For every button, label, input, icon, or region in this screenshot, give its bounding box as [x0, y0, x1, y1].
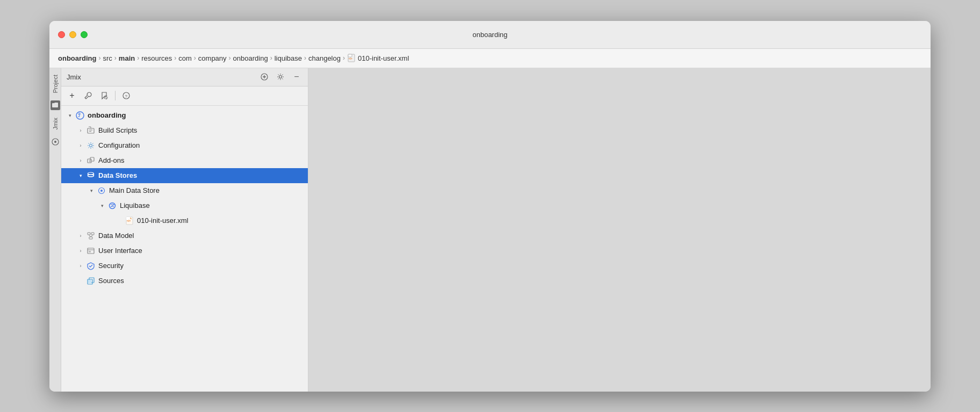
svg-line-33 [91, 235, 93, 237]
breadcrumb-bar: onboarding › src › main › resources › co… [49, 49, 931, 68]
tree-item-data-model[interactable]: › Data Model [61, 228, 308, 243]
panel-toolbar: + ? [61, 86, 308, 106]
settings-panel-button[interactable] [275, 71, 286, 83]
xml-file-icon: </> [347, 54, 356, 62]
tree-item-onboarding[interactable]: ▾ J onboarding [61, 108, 308, 123]
panel-title: Jmix [67, 73, 254, 81]
svg-rect-30 [91, 233, 94, 235]
sep2: › [114, 54, 117, 62]
tree-container[interactable]: ▾ J onboarding › [61, 106, 308, 392]
chevron-down-icon-4: ▾ [98, 201, 106, 210]
breadcrumb-changelog[interactable]: changelog [308, 54, 341, 62]
data-model-icon [86, 231, 96, 241]
tree-label-data-model: Data Model [98, 232, 134, 240]
sep9: › [343, 54, 345, 62]
tree-label-security: Security [98, 262, 124, 270]
chevron-right-icon-4: › [76, 232, 85, 240]
svg-rect-28 [126, 217, 131, 220]
data-stores-icon [86, 171, 96, 180]
xml-file-tree-icon: </> [125, 216, 134, 226]
tree-item-user-interface[interactable]: › User Interface [61, 243, 308, 258]
svg-point-24 [100, 190, 103, 192]
security-icon [86, 261, 96, 271]
tree-label-liquibase: Liquibase [120, 201, 150, 209]
project-tab[interactable]: Project [51, 70, 60, 97]
chevron-down-icon-3: ▾ [87, 186, 96, 195]
svg-rect-39 [88, 280, 91, 283]
breadcrumb-file[interactable]: </> 010-init-user.xml [347, 54, 409, 62]
svg-text:</>: </> [349, 57, 352, 60]
breadcrumb-com[interactable]: com [178, 54, 192, 62]
svg-point-4 [54, 141, 56, 143]
tree-item-liquibase[interactable]: ▾ Liquibase [61, 198, 308, 213]
window-title: onboarding [472, 31, 507, 39]
tree-item-security[interactable]: › Security [61, 258, 308, 273]
breadcrumb-onboarding[interactable]: onboarding [58, 54, 97, 62]
help-button[interactable]: ? [120, 89, 133, 102]
main-data-store-icon [97, 186, 106, 196]
jmix-project-icon: J [75, 111, 85, 120]
breadcrumb-src[interactable]: src [103, 54, 112, 62]
close-button[interactable] [58, 31, 65, 38]
chevron-right-icon-6: › [76, 262, 85, 270]
svg-rect-31 [89, 237, 92, 239]
tree-label-addons: Add-ons [98, 156, 124, 164]
tree-item-build-scripts[interactable]: › Build Scripts [61, 123, 308, 138]
chevron-right-icon-2: › [76, 141, 85, 150]
svg-rect-1 [348, 54, 352, 57]
tree-label-main-data-store: Main Data Store [109, 186, 160, 194]
tree-item-xml-file[interactable]: › </> 010-init-user.xml [61, 213, 308, 228]
chevron-down-icon: ▾ [66, 111, 74, 120]
maximize-button[interactable] [81, 31, 88, 38]
sep7: › [270, 54, 272, 62]
svg-point-22 [88, 175, 94, 177]
bookmark-button[interactable] [98, 89, 111, 102]
sep1: › [99, 54, 101, 62]
sep5: › [194, 54, 196, 62]
minimize-button[interactable] [69, 31, 76, 38]
panel-header: Jmix − [61, 68, 308, 86]
traffic-lights [58, 31, 88, 38]
main-window: onboarding onboarding › src › main › res… [49, 21, 931, 392]
folder-icon[interactable] [51, 100, 60, 110]
tree-label-build-scripts: Build Scripts [98, 126, 137, 134]
minimize-panel-button[interactable]: − [291, 71, 302, 83]
breadcrumb-resources[interactable]: resources [141, 54, 172, 62]
tree-item-data-stores[interactable]: ▾ Data Stores [61, 168, 308, 183]
breadcrumb-company[interactable]: company [198, 54, 227, 62]
chevron-right-icon-3: › [76, 156, 85, 165]
svg-line-32 [89, 235, 91, 237]
svg-point-21 [88, 172, 94, 175]
tree-item-sources[interactable]: › Sources [61, 273, 308, 288]
chevron-right-icon-5: › [76, 247, 85, 255]
tree-item-configuration[interactable]: › Configuration [61, 138, 308, 153]
liquibase-icon [107, 201, 117, 211]
breadcrumb-onboarding2[interactable]: onboarding [233, 54, 268, 62]
svg-point-8 [279, 76, 282, 78]
svg-rect-20 [89, 160, 91, 162]
configuration-icon [86, 141, 96, 150]
chevron-right-icon: › [76, 126, 85, 135]
sep4: › [174, 54, 176, 62]
tree-label-data-stores: Data Stores [98, 171, 137, 179]
svg-text:?: ? [125, 94, 128, 99]
tree-label-xml-file: 010-init-user.xml [137, 216, 188, 225]
breadcrumb-main[interactable]: main [119, 54, 135, 62]
tree-item-addons[interactable]: › Add-ons [61, 153, 308, 168]
tree-item-main-data-store[interactable]: ▾ Main Data Store [61, 183, 308, 198]
add-panel-button[interactable] [258, 71, 270, 83]
vertical-tabs: Project Jmix [49, 68, 61, 392]
toolbar-separator [115, 91, 116, 100]
wrench-button[interactable] [82, 89, 95, 102]
svg-rect-14 [88, 128, 94, 133]
jmix-tab[interactable]: Jmix [51, 113, 60, 134]
breadcrumb-liquibase[interactable]: liquibase [275, 54, 302, 62]
svg-rect-29 [88, 233, 90, 235]
sep8: › [304, 54, 306, 62]
addons-icon [86, 156, 96, 165]
add-toolbar-button[interactable]: + [66, 89, 78, 102]
jmix-icon[interactable] [51, 137, 60, 147]
sources-icon [86, 276, 96, 286]
svg-rect-36 [89, 251, 91, 252]
title-bar: onboarding [49, 21, 931, 49]
